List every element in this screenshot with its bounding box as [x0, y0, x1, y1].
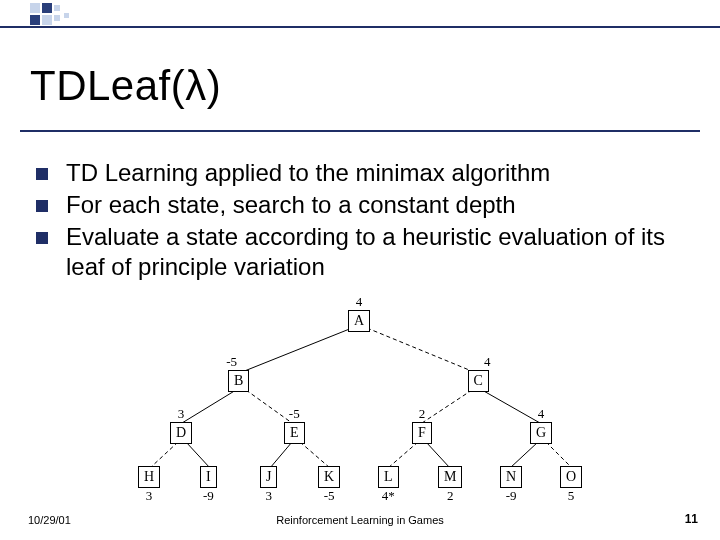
- node-value: 2: [438, 488, 462, 504]
- slide: TDLeaf(λ) TD Learning applied to the min…: [0, 0, 720, 540]
- svg-line-0: [242, 328, 352, 372]
- svg-line-11: [426, 442, 450, 468]
- tree-node-G: 4 G: [530, 406, 552, 444]
- node-label: O: [560, 466, 582, 488]
- svg-line-7: [186, 442, 210, 468]
- bullet-text: Evaluate a state according to a heuristi…: [66, 222, 690, 282]
- tree-node-I: I -9: [200, 466, 217, 504]
- node-label: F: [412, 422, 432, 444]
- node-value: 3: [260, 488, 277, 504]
- square-bullet-icon: [36, 200, 48, 212]
- node-label: M: [438, 466, 462, 488]
- svg-line-6: [150, 442, 178, 468]
- tree-node-D: 3 D: [170, 406, 192, 444]
- svg-line-8: [270, 442, 292, 468]
- tree-node-H: H 3: [138, 466, 160, 504]
- node-label: A: [348, 310, 370, 332]
- node-label: B: [228, 370, 249, 392]
- minimax-tree-diagram: 4 A -5 B 4 C 3 D -5 E 2 F 4 G H 3: [122, 298, 602, 498]
- tree-node-F: 2 F: [412, 406, 432, 444]
- bullet-item: Evaluate a state according to a heuristi…: [36, 222, 690, 282]
- footer-title: Reinforcement Learning in Games: [0, 514, 720, 526]
- node-value: 3: [138, 488, 160, 504]
- tree-node-B: -5 B: [228, 354, 249, 392]
- node-value: 5: [560, 488, 582, 504]
- node-label: H: [138, 466, 160, 488]
- node-value: -5: [318, 488, 340, 504]
- accent-bar: [0, 0, 720, 26]
- slide-title: TDLeaf(λ): [30, 62, 221, 110]
- bullet-item: For each state, search to a constant dep…: [36, 190, 690, 220]
- tree-node-C: 4 C: [466, 354, 491, 392]
- bullet-list: TD Learning applied to the minimax algor…: [36, 158, 690, 284]
- node-label: J: [260, 466, 277, 488]
- node-label: G: [530, 422, 552, 444]
- tree-node-K: K -5: [318, 466, 340, 504]
- title-rule: [20, 130, 700, 132]
- node-value: 4: [484, 354, 491, 370]
- node-value: 4*: [378, 488, 399, 504]
- tree-node-E: -5 E: [284, 406, 305, 444]
- node-label: I: [200, 466, 217, 488]
- square-bullet-icon: [36, 232, 48, 244]
- bullet-item: TD Learning applied to the minimax algor…: [36, 158, 690, 188]
- node-value: 2: [412, 406, 432, 422]
- svg-line-9: [300, 442, 330, 468]
- tree-node-O: O 5: [560, 466, 582, 504]
- svg-line-10: [388, 442, 418, 468]
- node-label: D: [170, 422, 192, 444]
- node-value: -5: [284, 406, 305, 422]
- svg-line-1: [367, 328, 474, 372]
- node-value: -5: [214, 354, 249, 370]
- tree-node-A: 4 A: [348, 294, 370, 332]
- tree-node-L: L 4*: [378, 466, 399, 504]
- tree-node-M: M 2: [438, 466, 462, 504]
- bullet-text: For each state, search to a constant dep…: [66, 190, 690, 220]
- node-value: 4: [530, 406, 552, 422]
- svg-line-12: [510, 442, 538, 468]
- svg-line-13: [546, 442, 572, 468]
- tree-node-N: N -9: [500, 466, 522, 504]
- node-label: L: [378, 466, 399, 488]
- bullet-text: TD Learning applied to the minimax algor…: [66, 158, 690, 188]
- node-value: -9: [200, 488, 217, 504]
- node-value: -9: [500, 488, 522, 504]
- tree-node-J: J 3: [260, 466, 277, 504]
- node-value: 3: [170, 406, 192, 422]
- footer-page-number: 11: [685, 512, 698, 526]
- node-label: K: [318, 466, 340, 488]
- square-bullet-icon: [36, 168, 48, 180]
- accent-pattern: [30, 3, 88, 25]
- node-value: 4: [348, 294, 370, 310]
- node-label: E: [284, 422, 305, 444]
- top-rule: [0, 26, 720, 28]
- node-label: N: [500, 466, 522, 488]
- node-label: C: [468, 370, 489, 392]
